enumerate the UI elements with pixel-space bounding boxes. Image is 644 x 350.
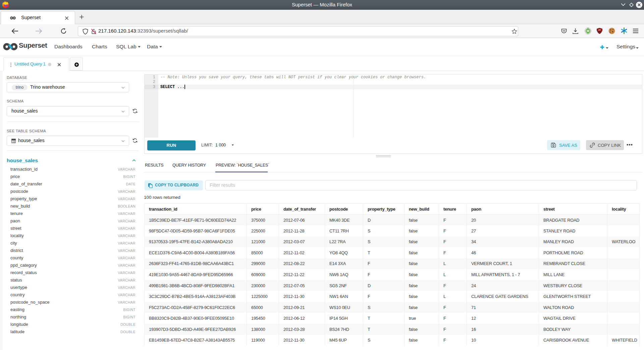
svg-text:uBO: uBO xyxy=(598,29,601,31)
